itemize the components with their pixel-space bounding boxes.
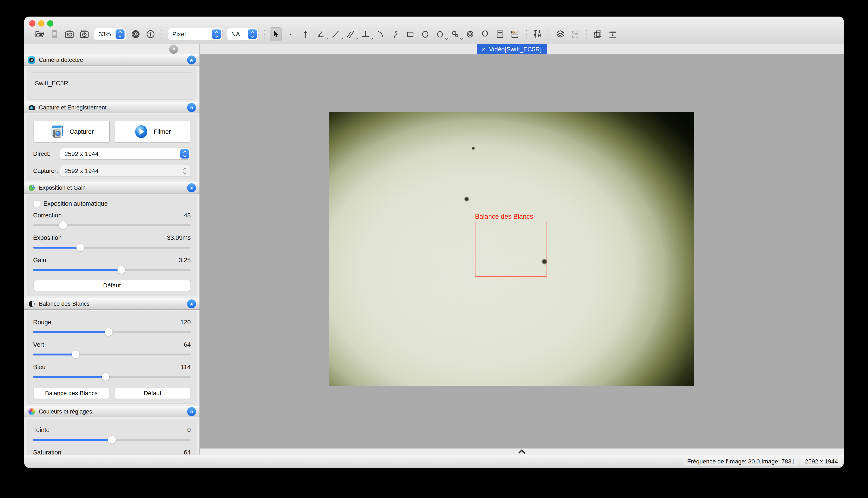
gain-slider[interactable] [33,265,191,274]
panel-title: Couleurs et réglages [39,408,92,415]
slider-thumb[interactable] [72,351,79,358]
open-folder-icon [34,29,44,39]
slider-value: 3.25 [179,257,191,264]
live-resolution-select[interactable]: 2592 x 1944 [60,148,191,160]
export-measurements-icon [608,29,618,39]
slider-thumb[interactable] [59,221,67,229]
exposure-default-button[interactable]: Défaut [34,280,190,291]
ellipse-icon [420,29,430,39]
collapse-panel-button[interactable] [187,299,196,308]
white-balance-button[interactable]: Balance des Blancs [34,388,109,399]
collapse-panel-button[interactable] [187,407,196,416]
ellipse-tool-button[interactable] [419,27,431,41]
slider-thumb[interactable] [105,328,113,336]
white-balance-roi[interactable]: Balance des Blancs [475,222,547,276]
record-button-label: Filmer [154,128,171,135]
line-tool-button[interactable] [330,27,342,41]
slider-thumb[interactable] [102,373,109,381]
perpendicular-tool-button[interactable] [359,27,371,41]
linked-circles-tool-button[interactable] [449,27,461,41]
polygon-tool-button[interactable] [479,27,491,41]
export-measurements-button[interactable] [607,27,619,41]
record-button[interactable]: Filmer [114,121,190,143]
bottom-drawer-toggle[interactable] [200,448,844,455]
scale-bar-tool-button[interactable]: 10um [509,27,521,41]
point-tool-button[interactable] [285,27,297,41]
slider-value: 114 [181,364,191,371]
arrow-tool-button[interactable] [299,27,311,41]
roi-handle[interactable] [474,275,477,278]
curve-tool-button[interactable] [390,27,401,41]
slider-label: Gain [33,257,46,264]
red-slider[interactable] [33,328,191,337]
camera-list-item[interactable]: Swift_EC5R [33,72,191,94]
cursor-tool-button[interactable] [270,27,282,41]
duplicate-button[interactable] [592,27,604,41]
panel-title: Balance des Blancs [39,301,89,307]
chevrons-up-icon [189,105,194,110]
panel-header-color: Couleurs et réglages [24,406,200,417]
camera-flash-icon [64,29,75,39]
curve-icon [391,29,400,39]
white-balance-default-button[interactable]: Défaut [115,388,190,399]
slider-thumb[interactable] [117,266,125,274]
point-icon [286,29,296,39]
circle-tool-button[interactable] [434,27,446,41]
camera-flash-button[interactable] [63,27,75,41]
camera-timer-button[interactable] [78,27,90,41]
roi-handle[interactable] [545,275,548,278]
rectangle-tool-button[interactable] [404,27,416,41]
snap-resolution-select[interactable]: 2592 x 1944 [60,165,191,177]
slider-value: 120 [180,319,191,326]
angle-tool-button[interactable] [315,27,327,41]
slider-thumb[interactable] [108,436,116,444]
collapse-panel-button[interactable] [187,183,196,192]
dust-speck [541,259,547,265]
open-folder-button[interactable] [34,27,46,41]
correction-slider[interactable] [33,221,191,230]
green-slider[interactable] [33,350,191,359]
exposure-slider[interactable] [33,243,191,252]
chevrons-left-icon [171,47,176,52]
settings-button[interactable] [130,27,142,41]
na-select[interactable]: NA [227,28,258,40]
rectangle-icon [405,29,415,39]
capture-button[interactable]: Capturer [34,121,110,143]
hue-slider[interactable] [33,435,191,444]
white-balance-panel-body: Rouge120 Vert64 Bleu114 Balance des Blan… [27,311,197,404]
panel-header-capture: Capture et Enregistrement [24,102,200,113]
text-tool-button[interactable] [494,27,506,41]
collapse-sidebar-button[interactable] [169,45,178,54]
save-button[interactable] [49,27,61,41]
close-tab-icon[interactable]: × [482,46,486,52]
slider-label: Exposition [33,234,62,241]
slider-thumb[interactable] [76,244,84,251]
info-button[interactable] [144,27,156,41]
unit-value: Pixel [173,31,211,38]
layers-button[interactable] [554,27,566,41]
auto-exposure-checkbox[interactable] [34,200,40,207]
arc-tool-button[interactable] [374,27,386,41]
parallel-lines-tool-button[interactable] [345,27,356,41]
tab-label: Vidéo[Swift_EC5R] [489,46,542,53]
concentric-circles-tool-button[interactable] [464,27,476,41]
calipers-button[interactable] [532,27,544,41]
white-balance-icon [28,300,36,308]
collapse-panel-button[interactable] [187,103,196,112]
tab-video[interactable]: × Vidéo[Swift_EC5R] [477,44,547,54]
roi-handle[interactable] [474,220,477,223]
blue-slider[interactable] [33,372,191,381]
status-bar: Fréquence de l'Image: 30.0,Image: 7831 2… [24,455,844,468]
collapse-panel-button[interactable] [187,55,196,64]
arrow-icon [301,29,310,39]
video-workspace: × Vidéo[Swift_EC5R] Balance des Blancs [200,44,844,455]
perpendicular-icon [360,29,370,39]
slider-value: 48 [184,212,191,219]
csv-export-button[interactable]: CSV [569,27,581,41]
zoom-level-select[interactable]: 33% [94,28,126,40]
roi-handle[interactable] [545,220,548,223]
chevron-down-icon [460,37,463,40]
live-resolution-label: Direct: [33,150,60,157]
unit-select[interactable]: Pixel [168,28,222,40]
panel-header-camera: Caméra détectée [24,54,200,66]
